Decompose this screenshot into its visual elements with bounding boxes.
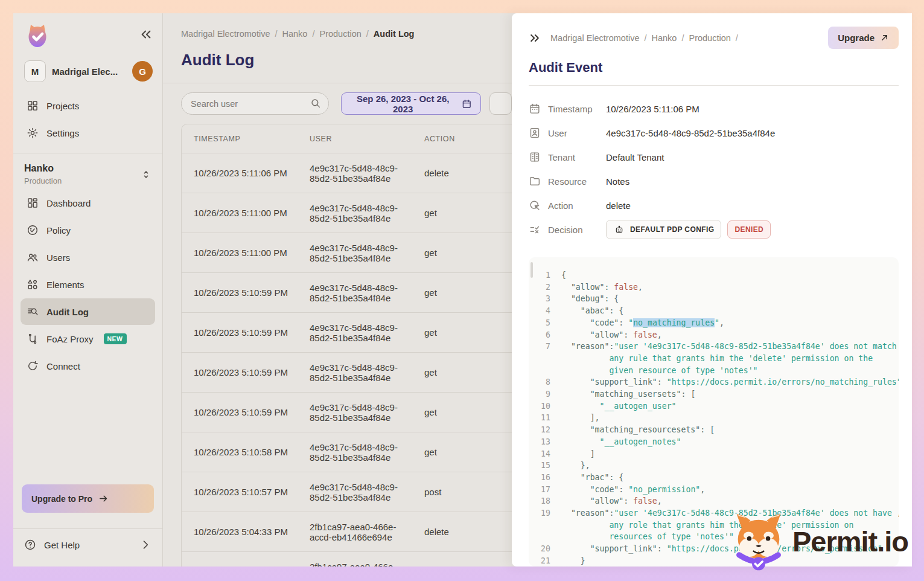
main-content: Madrigal Electromotive/Hanko/Production/… bbox=[163, 13, 512, 567]
code-text: ] bbox=[561, 448, 595, 460]
code-line: given resource of type 'notes'" bbox=[535, 365, 890, 377]
sidebar-item-label: Users bbox=[46, 252, 70, 263]
cell-action: get bbox=[412, 402, 512, 422]
code-line: any rule that grants him the 'delete' pe… bbox=[535, 353, 890, 365]
line-number: 4 bbox=[535, 305, 550, 317]
code-line: 13 "__autogen_notes" bbox=[535, 436, 890, 448]
cell-action: post bbox=[412, 482, 512, 502]
cell-user: 4e9c317c-5d48-48c9-85d2-51be35a4f84e bbox=[298, 397, 412, 428]
cell-user: 4e9c317c-5d48-48c9-85d2-51be35a4f84e bbox=[298, 198, 412, 228]
sidebar-item-label: Audit Log bbox=[46, 307, 89, 317]
filter-bar: Sep 26, 2023 - Oct 26, 2023 bbox=[181, 92, 512, 115]
sidebar-item-settings[interactable]: Settings bbox=[21, 120, 155, 146]
cell-action: get bbox=[412, 243, 512, 263]
code-line: 9 "matching_usersets": [ bbox=[535, 388, 890, 400]
sidebar-item-connect[interactable]: Connect bbox=[21, 353, 155, 379]
action-click-icon bbox=[529, 199, 541, 211]
line-number: 5 bbox=[535, 317, 550, 329]
breadcrumb-item[interactable]: Production bbox=[689, 33, 730, 43]
get-help-button[interactable]: Get Help bbox=[13, 529, 162, 567]
cell-timestamp: 10/26/2023 5:10:59 PM bbox=[182, 323, 298, 342]
breadcrumb-item[interactable]: Hanko bbox=[282, 29, 308, 39]
table-row[interactable]: 10/26/2023 5:10:59 PM4e9c317c-5d48-48c9-… bbox=[182, 273, 512, 313]
search-input[interactable] bbox=[181, 92, 329, 115]
workspace-selector[interactable]: M Madrigal Elec... G bbox=[13, 53, 162, 92]
cell-user: 4e9c317c-5d48-48c9-85d2-51be35a4f84e bbox=[298, 238, 412, 268]
collapse-sidebar-icon[interactable] bbox=[139, 28, 153, 43]
breadcrumb-separator: / bbox=[366, 29, 369, 39]
cell-timestamp: 10/26/2023 5:11:00 PM bbox=[182, 243, 298, 263]
sidebar-item-policy[interactable]: Policy bbox=[21, 217, 155, 243]
field-label: Decision bbox=[548, 225, 606, 235]
field-label: Tenant bbox=[548, 152, 606, 162]
permit-logo-icon bbox=[24, 23, 51, 48]
breadcrumb-separator: / bbox=[275, 29, 277, 39]
cell-action: get bbox=[412, 442, 512, 462]
code-text: given resource of type 'notes'" bbox=[561, 365, 758, 377]
decision-icon bbox=[529, 223, 541, 236]
line-number: 2 bbox=[535, 281, 550, 294]
table-row[interactable]: 10/26/2023 5:11:06 PM4e9c317c-5d48-48c9-… bbox=[182, 153, 512, 193]
collapse-panel-icon[interactable] bbox=[529, 32, 541, 44]
code-text: "abac": { bbox=[561, 305, 623, 317]
cell-action: delete bbox=[412, 522, 512, 542]
table-row[interactable]: 10/26/2023 5:04:13 PM2fb1ca97-aea0-466e-… bbox=[182, 552, 512, 567]
proxy-icon bbox=[27, 333, 39, 345]
scrollbar-thumb[interactable] bbox=[531, 262, 533, 278]
sidebar-item-users[interactable]: Users bbox=[21, 244, 155, 271]
breadcrumb-item[interactable]: Madrigal Electromotive bbox=[550, 33, 639, 43]
workspace-name: Madrigal Elec... bbox=[52, 66, 126, 77]
divider bbox=[163, 83, 512, 83]
line-number: 13 bbox=[535, 436, 550, 448]
sidebar-item-dashboard[interactable]: Dashboard bbox=[21, 190, 155, 216]
table-row[interactable]: 10/26/2023 5:11:00 PM4e9c317c-5d48-48c9-… bbox=[182, 193, 512, 233]
breadcrumb-item[interactable]: Hanko bbox=[652, 33, 677, 43]
sidebar-item-label: Projects bbox=[46, 101, 79, 111]
table-row[interactable]: 10/26/2023 5:10:59 PM4e9c317c-5d48-48c9-… bbox=[182, 313, 512, 353]
policy-icon bbox=[27, 224, 39, 236]
clipped-filter-button[interactable] bbox=[489, 92, 512, 115]
table-row[interactable]: 10/26/2023 5:10:58 PM4e9c317c-5d48-48c9-… bbox=[182, 432, 512, 472]
line-number: 21 bbox=[535, 555, 550, 567]
breadcrumb-item[interactable]: Audit Log bbox=[374, 29, 415, 39]
user-avatar[interactable]: G bbox=[132, 61, 153, 82]
table-body: 10/26/2023 5:11:06 PM4e9c317c-5d48-48c9-… bbox=[182, 153, 512, 567]
breadcrumb-separator: / bbox=[736, 33, 738, 43]
table-row[interactable]: 10/26/2023 5:10:57 PM4e9c317c-5d48-48c9-… bbox=[182, 472, 512, 512]
line-number: 14 bbox=[535, 448, 550, 460]
code-line: 18 "allow": false, bbox=[535, 495, 890, 507]
permit-io-watermark: Permit.io bbox=[727, 510, 908, 573]
line-number bbox=[535, 365, 550, 377]
date-range-picker[interactable]: Sep 26, 2023 - Oct 26, 2023 bbox=[341, 92, 481, 115]
table-row[interactable]: 10/26/2023 5:10:59 PM4e9c317c-5d48-48c9-… bbox=[182, 353, 512, 393]
table-row[interactable]: 10/26/2023 5:04:33 PM2fb1ca97-aea0-466e-… bbox=[182, 512, 512, 552]
users-icon bbox=[27, 251, 39, 263]
line-number: 12 bbox=[535, 424, 550, 436]
project-environment: Production bbox=[24, 176, 62, 185]
column-header: TIMESTAMP bbox=[182, 130, 298, 148]
project-selector[interactable]: Hanko Production bbox=[13, 153, 162, 189]
table-row[interactable]: 10/26/2023 5:10:59 PM4e9c317c-5d48-48c9-… bbox=[182, 393, 512, 432]
audit-event-panel: Madrigal Electromotive/Hanko/Production/… bbox=[512, 13, 912, 567]
code-line: 6 "allow": false, bbox=[535, 329, 890, 341]
sidebar-item-label: Settings bbox=[46, 128, 79, 138]
field-label: Resource bbox=[548, 176, 606, 187]
code-text: }, bbox=[561, 460, 590, 472]
gradient-frame: M Madrigal Elec... G ProjectsSettings Ha… bbox=[0, 0, 924, 581]
sidebar-item-foaz-proxy[interactable]: FoAz ProxyNEW bbox=[21, 326, 155, 352]
cell-user: 4e9c317c-5d48-48c9-85d2-51be35a4f84e bbox=[298, 477, 412, 507]
breadcrumb-item[interactable]: Madrigal Electromotive bbox=[181, 29, 270, 39]
sidebar-item-elements[interactable]: Elements bbox=[21, 271, 155, 298]
upgrade-button[interactable]: Upgrade bbox=[828, 27, 899, 49]
breadcrumb-item[interactable]: Production bbox=[319, 29, 361, 39]
sidebar-item-audit-log[interactable]: Audit Log bbox=[21, 298, 155, 325]
code-line: 17 "code": "no_permission", bbox=[535, 484, 890, 496]
sidebar-main-nav: DashboardPolicyUsersElementsAudit LogFoA… bbox=[13, 189, 162, 380]
upgrade-to-pro-button[interactable]: Upgrade to Pro bbox=[22, 484, 154, 513]
cell-timestamp: 10/26/2023 5:11:00 PM bbox=[182, 203, 298, 223]
search-icon bbox=[310, 98, 321, 109]
table-row[interactable]: 10/26/2023 5:11:00 PM4e9c317c-5d48-48c9-… bbox=[182, 233, 512, 273]
code-text: "allow": false, bbox=[561, 329, 662, 341]
sidebar-item-projects[interactable]: Projects bbox=[21, 92, 155, 119]
cell-timestamp: 10/26/2023 5:04:13 PM bbox=[182, 562, 298, 567]
